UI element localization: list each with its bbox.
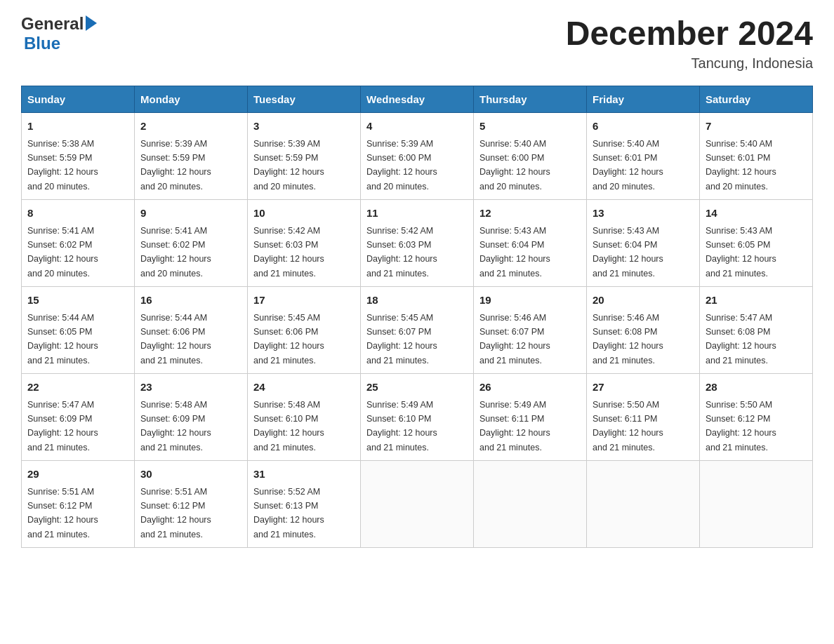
calendar-cell: 10 Sunrise: 5:42 AMSunset: 6:03 PMDaylig… — [248, 200, 361, 287]
day-info: Sunrise: 5:43 AMSunset: 6:04 PMDaylight:… — [593, 226, 663, 279]
day-number: 25 — [366, 380, 468, 396]
col-header-friday: Friday — [587, 86, 700, 113]
title-area: December 2024 Tancung, Indonesia — [566, 14, 813, 72]
calendar-cell: 27 Sunrise: 5:50 AMSunset: 6:11 PMDaylig… — [587, 374, 700, 461]
day-info: Sunrise: 5:47 AMSunset: 6:09 PMDaylight:… — [27, 400, 98, 452]
calendar-cell — [474, 461, 587, 548]
logo: General Blue — [21, 14, 97, 53]
calendar-week-1: 1 Sunrise: 5:38 AMSunset: 5:59 PMDayligh… — [22, 113, 813, 200]
calendar-cell — [700, 461, 813, 548]
day-info: Sunrise: 5:51 AMSunset: 6:12 PMDaylight:… — [140, 487, 211, 539]
day-number: 4 — [366, 119, 468, 135]
day-info: Sunrise: 5:45 AMSunset: 6:06 PMDaylight:… — [253, 313, 324, 365]
calendar-cell: 14 Sunrise: 5:43 AMSunset: 6:05 PMDaylig… — [700, 200, 813, 287]
day-number: 8 — [27, 206, 128, 222]
day-info: Sunrise: 5:52 AMSunset: 6:13 PMDaylight:… — [253, 487, 324, 539]
logo-triangle-icon — [86, 15, 97, 31]
calendar-table: SundayMondayTuesdayWednesdayThursdayFrid… — [21, 86, 813, 548]
calendar-cell — [361, 461, 474, 548]
calendar-cell: 8 Sunrise: 5:41 AMSunset: 6:02 PMDayligh… — [22, 200, 135, 287]
day-number: 24 — [253, 380, 355, 396]
day-number: 15 — [27, 293, 128, 309]
day-number: 6 — [593, 119, 694, 135]
day-number: 20 — [593, 293, 694, 309]
month-title: December 2024 — [566, 14, 813, 53]
day-number: 3 — [253, 119, 355, 135]
day-info: Sunrise: 5:50 AMSunset: 6:12 PMDaylight:… — [706, 400, 776, 452]
day-number: 5 — [479, 119, 581, 135]
calendar-cell: 28 Sunrise: 5:50 AMSunset: 6:12 PMDaylig… — [700, 374, 813, 461]
calendar-cell: 25 Sunrise: 5:49 AMSunset: 6:10 PMDaylig… — [361, 374, 474, 461]
calendar-cell: 22 Sunrise: 5:47 AMSunset: 6:09 PMDaylig… — [22, 374, 135, 461]
calendar-cell: 15 Sunrise: 5:44 AMSunset: 6:05 PMDaylig… — [22, 287, 135, 374]
calendar-cell: 6 Sunrise: 5:40 AMSunset: 6:01 PMDayligh… — [587, 113, 700, 200]
calendar-cell: 9 Sunrise: 5:41 AMSunset: 6:02 PMDayligh… — [135, 200, 248, 287]
day-info: Sunrise: 5:50 AMSunset: 6:11 PMDaylight:… — [593, 400, 663, 452]
day-number: 23 — [140, 380, 241, 396]
day-number: 10 — [253, 206, 355, 222]
day-info: Sunrise: 5:43 AMSunset: 6:04 PMDaylight:… — [479, 226, 550, 279]
day-info: Sunrise: 5:38 AMSunset: 5:59 PMDaylight:… — [27, 139, 98, 192]
calendar-cell: 11 Sunrise: 5:42 AMSunset: 6:03 PMDaylig… — [361, 200, 474, 287]
day-info: Sunrise: 5:51 AMSunset: 6:12 PMDaylight:… — [27, 487, 98, 539]
day-number: 9 — [140, 206, 241, 222]
calendar-cell: 31 Sunrise: 5:52 AMSunset: 6:13 PMDaylig… — [248, 461, 361, 548]
col-header-monday: Monday — [135, 86, 248, 113]
day-info: Sunrise: 5:43 AMSunset: 6:05 PMDaylight:… — [706, 226, 776, 279]
col-header-wednesday: Wednesday — [361, 86, 474, 113]
col-header-saturday: Saturday — [700, 86, 813, 113]
calendar-cell: 19 Sunrise: 5:46 AMSunset: 6:07 PMDaylig… — [474, 287, 587, 374]
day-number: 26 — [479, 380, 581, 396]
day-number: 17 — [253, 293, 355, 309]
day-number: 14 — [706, 206, 807, 222]
calendar-cell: 29 Sunrise: 5:51 AMSunset: 6:12 PMDaylig… — [22, 461, 135, 548]
logo-general-text: General — [21, 14, 84, 34]
day-info: Sunrise: 5:46 AMSunset: 6:07 PMDaylight:… — [479, 313, 550, 365]
day-number: 2 — [140, 119, 241, 135]
day-number: 27 — [593, 380, 694, 396]
calendar-week-5: 29 Sunrise: 5:51 AMSunset: 6:12 PMDaylig… — [22, 461, 813, 548]
day-number: 18 — [366, 293, 468, 309]
day-info: Sunrise: 5:39 AMSunset: 5:59 PMDaylight:… — [253, 139, 324, 192]
day-info: Sunrise: 5:39 AMSunset: 5:59 PMDaylight:… — [140, 139, 211, 192]
location-text: Tancung, Indonesia — [566, 55, 813, 72]
calendar-cell: 18 Sunrise: 5:45 AMSunset: 6:07 PMDaylig… — [361, 287, 474, 374]
day-info: Sunrise: 5:45 AMSunset: 6:07 PMDaylight:… — [366, 313, 437, 365]
calendar-cell: 13 Sunrise: 5:43 AMSunset: 6:04 PMDaylig… — [587, 200, 700, 287]
day-number: 28 — [706, 380, 807, 396]
day-number: 1 — [27, 119, 128, 135]
day-number: 21 — [706, 293, 807, 309]
day-number: 29 — [27, 467, 128, 483]
day-number: 7 — [706, 119, 807, 135]
day-number: 31 — [253, 467, 355, 483]
day-number: 12 — [479, 206, 581, 222]
calendar-cell: 30 Sunrise: 5:51 AMSunset: 6:12 PMDaylig… — [135, 461, 248, 548]
calendar-cell: 1 Sunrise: 5:38 AMSunset: 5:59 PMDayligh… — [22, 113, 135, 200]
calendar-cell: 24 Sunrise: 5:48 AMSunset: 6:10 PMDaylig… — [248, 374, 361, 461]
calendar-cell — [587, 461, 700, 548]
day-info: Sunrise: 5:46 AMSunset: 6:08 PMDaylight:… — [593, 313, 663, 365]
calendar-week-4: 22 Sunrise: 5:47 AMSunset: 6:09 PMDaylig… — [22, 374, 813, 461]
day-info: Sunrise: 5:42 AMSunset: 6:03 PMDaylight:… — [366, 226, 437, 279]
calendar-week-2: 8 Sunrise: 5:41 AMSunset: 6:02 PMDayligh… — [22, 200, 813, 287]
day-info: Sunrise: 5:48 AMSunset: 6:09 PMDaylight:… — [140, 400, 211, 452]
col-header-tuesday: Tuesday — [248, 86, 361, 113]
day-info: Sunrise: 5:40 AMSunset: 6:01 PMDaylight:… — [706, 139, 776, 192]
calendar-cell: 3 Sunrise: 5:39 AMSunset: 5:59 PMDayligh… — [248, 113, 361, 200]
calendar-cell: 16 Sunrise: 5:44 AMSunset: 6:06 PMDaylig… — [135, 287, 248, 374]
day-info: Sunrise: 5:49 AMSunset: 6:10 PMDaylight:… — [366, 400, 437, 452]
calendar-cell: 20 Sunrise: 5:46 AMSunset: 6:08 PMDaylig… — [587, 287, 700, 374]
day-number: 13 — [593, 206, 694, 222]
calendar-cell: 12 Sunrise: 5:43 AMSunset: 6:04 PMDaylig… — [474, 200, 587, 287]
day-info: Sunrise: 5:39 AMSunset: 6:00 PMDaylight:… — [366, 139, 437, 192]
col-header-sunday: Sunday — [22, 86, 135, 113]
day-info: Sunrise: 5:40 AMSunset: 6:01 PMDaylight:… — [593, 139, 663, 192]
calendar-cell: 5 Sunrise: 5:40 AMSunset: 6:00 PMDayligh… — [474, 113, 587, 200]
calendar-cell: 21 Sunrise: 5:47 AMSunset: 6:08 PMDaylig… — [700, 287, 813, 374]
calendar-cell: 17 Sunrise: 5:45 AMSunset: 6:06 PMDaylig… — [248, 287, 361, 374]
day-info: Sunrise: 5:41 AMSunset: 6:02 PMDaylight:… — [140, 226, 211, 279]
calendar-week-3: 15 Sunrise: 5:44 AMSunset: 6:05 PMDaylig… — [22, 287, 813, 374]
day-info: Sunrise: 5:44 AMSunset: 6:06 PMDaylight:… — [140, 313, 211, 365]
day-info: Sunrise: 5:41 AMSunset: 6:02 PMDaylight:… — [27, 226, 98, 279]
day-info: Sunrise: 5:44 AMSunset: 6:05 PMDaylight:… — [27, 313, 98, 365]
